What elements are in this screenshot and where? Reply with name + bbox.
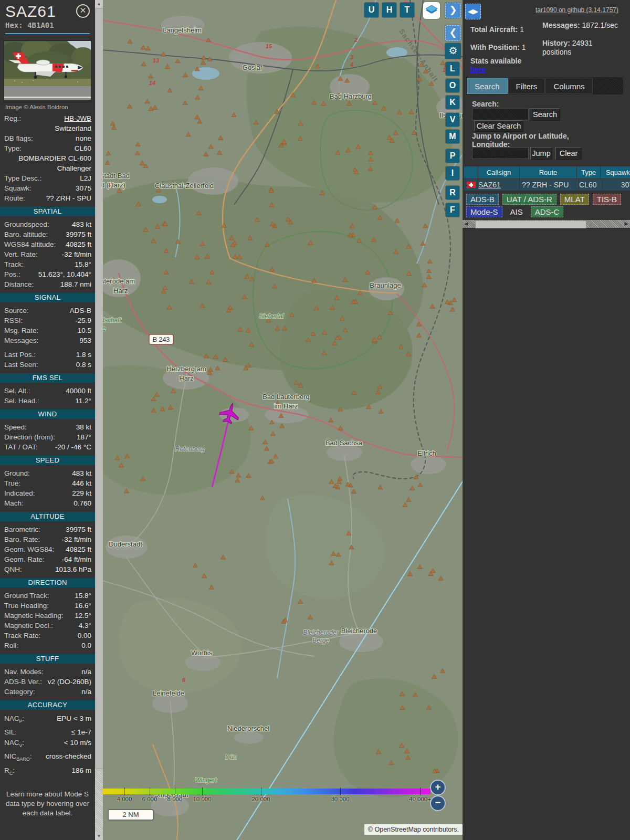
row-value: 0.760 xyxy=(74,498,91,508)
data-row: Pos.:51.623°, 10.404° xyxy=(0,269,95,279)
map-button-u[interactable]: U xyxy=(364,3,379,17)
peak-icon xyxy=(445,300,450,304)
map-button-l[interactable]: L xyxy=(446,62,459,76)
row-label: True Heading: xyxy=(4,601,49,611)
map-button-i[interactable]: I xyxy=(446,166,459,180)
peak-icon xyxy=(183,101,187,105)
left-scrollbar-thumb[interactable] xyxy=(96,8,103,769)
filter-badge-ads-b[interactable]: ADS-B xyxy=(466,194,499,205)
tab-columns[interactable]: Columns xyxy=(545,78,592,94)
peak-icon xyxy=(236,473,240,477)
row-value: n/a xyxy=(81,687,91,697)
data-row: Category:n/a xyxy=(0,687,95,697)
search-input[interactable] xyxy=(472,109,529,120)
section-header: STUFF xyxy=(0,654,95,664)
panel-width-toggle[interactable]: ◀▶ xyxy=(465,4,481,19)
zoom-in-button[interactable]: + xyxy=(430,780,446,795)
zoom-out-button[interactable]: − xyxy=(430,795,446,811)
row-label: Direction (from): xyxy=(4,432,55,442)
peak-icon xyxy=(145,99,150,103)
collapse-sidebar-button[interactable]: ❮ xyxy=(445,25,461,41)
hscrollbar-thumb[interactable] xyxy=(475,220,586,228)
total-aircraft: Total Aircraft: 1 xyxy=(470,25,524,34)
hex-code: Hex: 4B1A01 xyxy=(5,21,90,29)
close-icon[interactable]: ✕ xyxy=(76,4,90,18)
svg-text:B 243: B 243 xyxy=(153,336,170,343)
map-canvas[interactable]: LangelsheimGoslarBad HarzburgIlsenburgst… xyxy=(103,0,463,840)
peak-icon xyxy=(403,502,407,507)
tab-search[interactable]: Search xyxy=(467,78,508,94)
row-label: NACP: xyxy=(4,713,24,727)
row-value: 40825 ft xyxy=(66,544,91,554)
cell-callsign[interactable]: SAZ61 xyxy=(478,179,519,191)
scroll-left-icon[interactable]: ◀ xyxy=(463,220,470,228)
filter-badge-mlat[interactable]: MLAT xyxy=(560,194,589,205)
filter-badge-uat-ads-r[interactable]: UAT / ADS-R xyxy=(502,194,556,205)
map-button-f[interactable]: F xyxy=(446,203,459,217)
filter-badge-mode-s[interactable]: Mode-S xyxy=(466,206,502,217)
row-value: -64 ft/min xyxy=(62,554,91,564)
column-header[interactable] xyxy=(464,166,478,178)
settings-gear-button[interactable]: ⚙ xyxy=(445,43,461,59)
peak-icon xyxy=(193,563,197,567)
data-row: Speed:38 kt xyxy=(0,422,95,432)
row-value: Switzerland xyxy=(46,123,91,133)
panel-tabs: SearchFiltersColumns xyxy=(466,77,623,94)
peak-icon xyxy=(153,106,158,110)
row-label: Type: xyxy=(4,143,22,153)
aircraft-photo[interactable] xyxy=(4,40,91,102)
tab-filters[interactable]: Filters xyxy=(508,78,545,94)
scroll-right-icon[interactable]: ▶ xyxy=(623,220,630,228)
jump-button[interactable]: Jump xyxy=(530,147,552,160)
scroll-up-icon[interactable]: ▲ xyxy=(95,0,103,8)
legend-tick xyxy=(175,788,175,795)
row-value: BOMBARDIER CL-600 Challenger xyxy=(4,153,91,173)
filter-badge-ais[interactable]: AIS xyxy=(506,206,527,217)
table-row[interactable]: SAZ61?? ZRH - SPUCL60307539975 xyxy=(464,179,630,191)
column-header[interactable]: Type xyxy=(577,166,600,178)
map-label: d (Harz) xyxy=(103,181,125,189)
column-header[interactable]: Squawk xyxy=(601,166,630,178)
peak-icon xyxy=(379,409,383,413)
row-label: Nav. Modes: xyxy=(4,667,44,677)
map-button-r[interactable]: R xyxy=(446,186,459,200)
jump-clear-button[interactable]: Clear xyxy=(555,147,582,160)
swiss-flag-icon xyxy=(467,182,476,188)
left-scrollbar[interactable]: ▲ ▼ xyxy=(95,0,103,840)
github-link[interactable]: tar1090 on github (3.14.1757) xyxy=(536,6,618,14)
stats-here-link[interactable]: here xyxy=(470,65,486,74)
data-row: Sel. Alt.:40000 ft xyxy=(0,386,95,396)
map-button-v[interactable]: V xyxy=(446,113,459,127)
row-value: < 10 m/s xyxy=(64,737,91,751)
row-label: Squawk: xyxy=(4,183,32,193)
map-button-k[interactable]: K xyxy=(446,96,459,109)
map-button-t[interactable]: T xyxy=(400,3,414,17)
section-header: DIRECTION xyxy=(0,578,95,587)
search-button[interactable]: Search xyxy=(530,108,560,121)
filter-badge-tis-b[interactable]: TIS-B xyxy=(593,194,621,205)
map-button-h[interactable]: H xyxy=(382,3,396,17)
map-label: Bad Harzburg xyxy=(330,92,372,100)
map-button-o[interactable]: O xyxy=(446,79,459,92)
layers-button[interactable] xyxy=(423,2,440,19)
row-label: WGS84 altitude: xyxy=(4,239,56,249)
row-value: 1.8 s xyxy=(76,350,91,360)
table-horizontal-scrollbar[interactable]: ◀ ▶ xyxy=(463,220,630,228)
clear-search-button[interactable]: Clear Search xyxy=(474,120,523,132)
peak-icon xyxy=(264,446,269,450)
map-button-m[interactable]: M xyxy=(446,130,459,143)
filter-badge-ads-c[interactable]: ADS-C xyxy=(531,206,564,217)
data-row: NACP:EPU < 3 m xyxy=(0,713,95,727)
osm-attribution[interactable]: © OpenStreetMap contributors. xyxy=(364,824,463,835)
row-label: NACV: xyxy=(4,737,24,751)
map-label: 14 xyxy=(149,80,155,86)
jump-input[interactable] xyxy=(472,148,529,159)
column-header[interactable]: Callsign xyxy=(478,166,519,178)
row-label: Groundspeed: xyxy=(4,219,49,229)
scroll-down-icon[interactable]: ▼ xyxy=(95,832,103,840)
expand-sidebar-button[interactable]: ❯ xyxy=(445,3,461,18)
map-button-p[interactable]: P xyxy=(446,149,459,163)
column-header[interactable]: Route xyxy=(520,166,576,178)
peak-icon xyxy=(273,454,278,458)
row-value[interactable]: HB-JWB xyxy=(64,113,91,123)
